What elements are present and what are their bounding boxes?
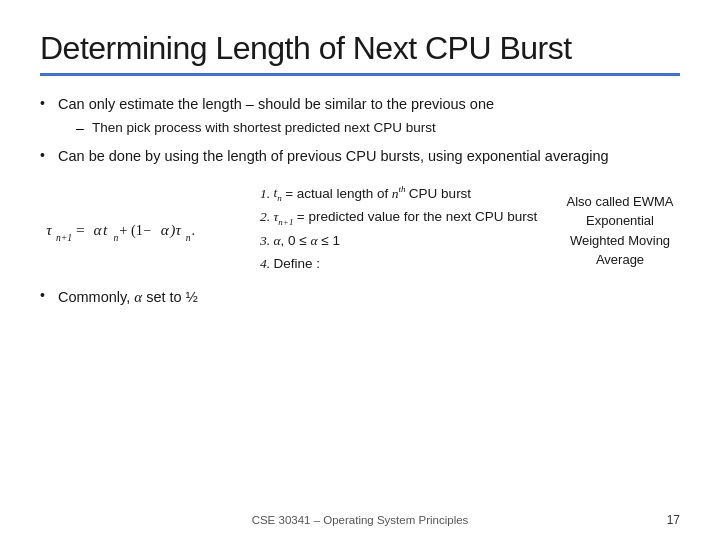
- middle-section: τ n+1 = α t n + (1− α )τ n . 1. tn = act…: [40, 182, 680, 276]
- svg-text:.: .: [191, 221, 195, 237]
- svg-text:=: =: [76, 220, 85, 237]
- footer: CSE 30341 – Operating System Principles …: [0, 514, 720, 526]
- bullet-dot-2: •: [40, 147, 58, 163]
- ewma-text: Also called EWMA Exponential Weighted Mo…: [567, 194, 674, 268]
- commonly-text: Commonly, α set to ½: [58, 286, 198, 309]
- commonly-dot: •: [40, 287, 58, 303]
- bullet-1-text: Can only estimate the length – should be…: [58, 94, 494, 116]
- svg-text:α: α: [93, 220, 102, 237]
- bullet-2-text: Can be done by using the length of previ…: [58, 146, 609, 168]
- page-number: 17: [667, 513, 680, 527]
- svg-text:τ: τ: [46, 220, 52, 237]
- footer-text: CSE 30341 – Operating System Principles: [40, 514, 680, 526]
- bullet-2: • Can be done by using the length of pre…: [40, 146, 680, 168]
- slide-title: Determining Length of Next CPU Burst: [40, 30, 680, 67]
- bullet-1: • Can only estimate the length – should …: [40, 94, 680, 136]
- svg-text:t: t: [103, 220, 108, 237]
- svg-text:)τ: )τ: [169, 220, 181, 238]
- slide: Determining Length of Next CPU Burst • C…: [0, 0, 720, 540]
- sub-bullet-1-text: Then pick process with shortest predicte…: [92, 120, 436, 135]
- sub-bullet-1: – Then pick process with shortest predic…: [76, 120, 494, 136]
- svg-text:+ (1−: + (1−: [119, 221, 151, 238]
- ewma-box: Also called EWMA Exponential Weighted Mo…: [560, 192, 680, 270]
- svg-text:n: n: [113, 231, 118, 242]
- svg-text:α: α: [160, 220, 169, 237]
- title-underline: [40, 73, 680, 76]
- svg-text:n+1: n+1: [55, 231, 71, 242]
- svg-text:n: n: [185, 231, 190, 242]
- sub-bullet-dash-1: –: [76, 120, 92, 136]
- commonly-bullet: • Commonly, α set to ½: [40, 286, 680, 309]
- bullet-dot-1: •: [40, 95, 58, 111]
- formula-area: τ n+1 = α t n + (1− α )τ n .: [40, 182, 240, 276]
- formula-svg: τ n+1 = α t n + (1− α )τ n .: [43, 204, 238, 254]
